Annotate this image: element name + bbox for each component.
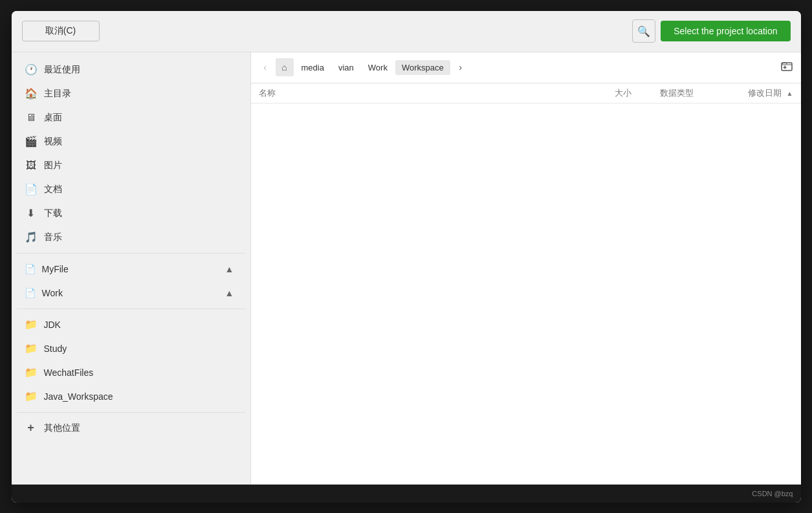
new-folder-button[interactable] xyxy=(778,58,796,76)
recent-icon: 🕐 xyxy=(25,63,38,76)
forward-icon: › xyxy=(459,62,462,72)
sidebar-item-music[interactable]: 🎵 音乐 xyxy=(14,226,248,249)
sidebar-item-documents[interactable]: 📄 文档 xyxy=(14,178,248,201)
sidebar-item-downloads[interactable]: ⬇ 下载 xyxy=(14,202,248,225)
file-panel: ‹ ⌂ media vian Work Workspace › xyxy=(251,52,801,485)
sidebar-item-other-locations[interactable]: + 其他位置 xyxy=(14,417,248,440)
sidebar-item-label: 主目录 xyxy=(44,88,71,100)
search-button[interactable]: 🔍 xyxy=(632,19,655,43)
sidebar-item-label: 文档 xyxy=(44,184,62,195)
sidebar-item-recent[interactable]: 🕐 最近使用 xyxy=(14,58,248,82)
video-icon: 🎬 xyxy=(25,135,38,148)
downloads-icon: ⬇ xyxy=(25,207,38,220)
myfile-icon: 📄 xyxy=(25,264,36,274)
breadcrumb-vian[interactable]: vian xyxy=(332,60,360,75)
work-drive-icon: 📄 xyxy=(25,288,36,298)
sidebar-item-label: 桌面 xyxy=(44,112,62,124)
sidebar-item-label: JDK xyxy=(44,320,61,330)
column-name[interactable]: 名称 xyxy=(259,87,580,99)
sidebar-item-label: 最近使用 xyxy=(44,64,80,76)
top-right-actions: 🔍 Select the project location xyxy=(632,19,790,43)
search-icon: 🔍 xyxy=(637,25,650,38)
sidebar-item-label: 下载 xyxy=(44,208,62,219)
breadcrumb-bar: ‹ ⌂ media vian Work Workspace › xyxy=(251,52,801,83)
column-type[interactable]: 数据类型 xyxy=(644,87,709,99)
sidebar-item-pictures[interactable]: 🖼 图片 xyxy=(14,154,248,177)
other-locations-icon: + xyxy=(25,422,38,435)
eject-myfile-button[interactable]: ▲ xyxy=(222,261,237,277)
desktop-icon: 🖥 xyxy=(25,111,38,124)
sidebar-item-label: Java_Workspace xyxy=(44,391,113,402)
sidebar-item-desktop[interactable]: 🖥 桌面 xyxy=(14,106,248,129)
sidebar-item-label: 图片 xyxy=(44,160,62,171)
sidebar-item-work-drive[interactable]: 📄 Work ▲ xyxy=(14,281,248,305)
jdk-icon: 📁 xyxy=(25,318,38,331)
column-size[interactable]: 大小 xyxy=(580,87,631,99)
music-icon: 🎵 xyxy=(25,231,38,244)
sidebar-item-video[interactable]: 🎬 视频 xyxy=(14,130,248,153)
main-content: 🕐 最近使用 🏠 主目录 🖥 桌面 🎬 视频 🖼 图片 📄 文档 xyxy=(12,52,801,485)
file-chooser-dialog: 取消(C) 🔍 Select the project location 🕐 最近… xyxy=(12,11,801,503)
separator-3 xyxy=(17,412,245,413)
documents-icon: 📄 xyxy=(25,183,38,196)
sidebar-item-label: WechatFiles xyxy=(44,367,94,378)
sidebar-item-label: MyFile xyxy=(42,264,69,274)
watermark: CSDN @bzq xyxy=(752,490,793,497)
sidebar-item-java-workspace[interactable]: 📁 Java_Workspace xyxy=(14,385,248,408)
forward-button[interactable]: › xyxy=(452,58,470,76)
eject-work-button[interactable]: ▲ xyxy=(222,285,237,301)
column-headers: 名称 大小 数据类型 修改日期 ▲ xyxy=(251,83,801,104)
separator-1 xyxy=(17,253,245,254)
sidebar-item-jdk[interactable]: 📁 JDK xyxy=(14,313,248,336)
back-button[interactable]: ‹ xyxy=(256,58,274,76)
home-icon: 🏠 xyxy=(25,87,38,100)
sidebar-item-label: 音乐 xyxy=(44,232,62,243)
sidebar-item-home[interactable]: 🏠 主目录 xyxy=(14,82,248,105)
column-date: 修改日期 ▲ xyxy=(716,87,793,99)
top-bar: 取消(C) 🔍 Select the project location xyxy=(12,11,801,52)
file-area xyxy=(251,104,801,485)
java-workspace-icon: 📁 xyxy=(25,390,38,403)
breadcrumb-workspace[interactable]: Workspace xyxy=(395,60,450,75)
breadcrumb-navigation: ‹ ⌂ media vian Work Workspace › xyxy=(256,58,470,76)
breadcrumb-work[interactable]: Work xyxy=(362,60,394,75)
new-folder-icon xyxy=(781,60,793,74)
breadcrumb-media[interactable]: media xyxy=(295,60,331,75)
sort-icon[interactable]: ▲ xyxy=(787,90,793,97)
sidebar-item-label: 视频 xyxy=(44,136,62,147)
sidebar-item-wechatfiles[interactable]: 📁 WechatFiles xyxy=(14,361,248,384)
select-location-button[interactable]: Select the project location xyxy=(661,21,790,41)
separator-2 xyxy=(17,309,245,309)
sidebar-item-label: Work xyxy=(42,288,63,298)
sidebar-item-label: 其他位置 xyxy=(44,422,80,434)
sidebar-item-label: Study xyxy=(44,344,67,354)
back-icon: ‹ xyxy=(263,62,267,72)
sidebar: 🕐 最近使用 🏠 主目录 🖥 桌面 🎬 视频 🖼 图片 📄 文档 xyxy=(12,52,251,485)
bottom-bar: CSDN @bzq xyxy=(12,485,801,503)
study-icon: 📁 xyxy=(25,342,38,355)
home-breadcrumb-button[interactable]: ⌂ xyxy=(276,58,294,76)
svg-rect-2 xyxy=(783,67,786,69)
sidebar-item-study[interactable]: 📁 Study xyxy=(14,337,248,360)
home-breadcrumb-icon: ⌂ xyxy=(281,62,287,72)
cancel-button[interactable]: 取消(C) xyxy=(22,21,100,41)
wechatfiles-icon: 📁 xyxy=(25,366,38,379)
sidebar-item-myfile[interactable]: 📄 MyFile ▲ xyxy=(14,257,248,281)
pictures-icon: 🖼 xyxy=(25,159,38,172)
